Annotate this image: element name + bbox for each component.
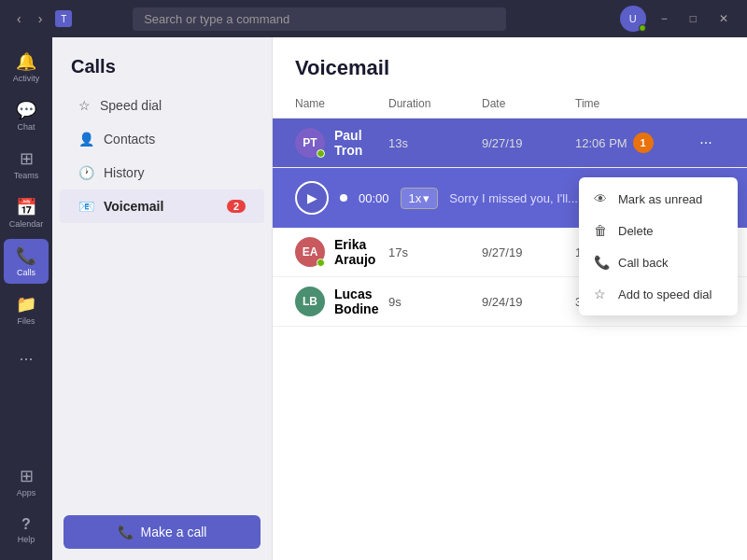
sidebar-item-history[interactable]: 🕐 History: [60, 156, 264, 189]
ctx-mark-unread-label: Mark as unread: [618, 192, 702, 206]
ctx-delete[interactable]: 🗑 Delete: [579, 215, 738, 246]
window-nav[interactable]: ‹ ›: [11, 9, 48, 28]
titlebar: ‹ › T U − □ ✕: [0, 0, 747, 37]
vm-name-cell: LB Lucas Bodine: [295, 287, 388, 316]
sidebar-item-speed-dial[interactable]: ☆ Speed dial: [60, 89, 264, 122]
help-label: Help: [18, 535, 35, 544]
step-badge-1: 1: [633, 133, 654, 153]
calendar-label: Calendar: [9, 219, 44, 229]
speed-button[interactable]: 1x ▾: [401, 188, 439, 209]
avatar-erika-araujo: EA: [295, 237, 325, 267]
calendar-icon: 📅: [16, 197, 36, 217]
online-dot-paul-tron: [317, 149, 325, 158]
sidebar-item-calls[interactable]: 📞 Calls: [4, 239, 49, 284]
date-erika-araujo: 9/27/19: [482, 245, 575, 259]
more-button-paul-tron[interactable]: ···: [687, 131, 725, 155]
search-input[interactable]: [133, 7, 506, 31]
eye-icon: 👁: [594, 191, 609, 206]
activity-icon: 🔔: [16, 51, 36, 72]
activity-label: Activity: [13, 74, 40, 83]
page-title: Voicemail: [273, 37, 747, 90]
star-icon: ☆: [594, 287, 609, 301]
sidebar-title: Calls: [52, 37, 272, 89]
voicemail-player: ▶ 00:00 1x ▾ Sorry I missed you, I'll...…: [273, 168, 747, 228]
maximize-button[interactable]: □: [683, 10, 704, 27]
ctx-call-back-label: Call back: [618, 256, 668, 270]
main-content: Voicemail Name Duration Date Time PT Pau…: [273, 37, 747, 560]
sidebar-item-activity[interactable]: 🔔 Activity: [4, 45, 49, 90]
col-duration: Duration: [388, 97, 482, 110]
app-icon: T: [55, 10, 72, 27]
name-erika-araujo: Erika Araujo: [334, 237, 388, 267]
ctx-add-speed-dial-label: Add to speed dial: [618, 287, 712, 301]
vm-name-cell: PT Paul Tron: [295, 128, 388, 158]
sidebar-item-help[interactable]: ? Help: [4, 508, 49, 553]
record-dot: [340, 194, 347, 202]
duration-erika-araujo: 17s: [388, 245, 482, 259]
nav-back-button[interactable]: ‹: [11, 9, 27, 28]
history-label: History: [104, 165, 145, 180]
calls-icon: 📞: [16, 245, 36, 266]
speed-dial-label: Speed dial: [100, 98, 162, 113]
contacts-icon: 👤: [78, 132, 94, 147]
ctx-mark-unread[interactable]: 👁 Mark as unread: [579, 183, 738, 215]
date-paul-tron: 9/27/19: [482, 136, 575, 150]
make-call-label: Make a call: [141, 525, 207, 539]
close-button[interactable]: ✕: [712, 10, 736, 27]
ctx-delete-label: Delete: [618, 224, 654, 238]
speed-dial-icon: ☆: [78, 98, 91, 113]
sidebar-item-calendar[interactable]: 📅 Calendar: [4, 190, 49, 235]
context-menu: 👁 Mark as unread 🗑 Delete 📞 Call back ☆ …: [579, 177, 738, 315]
chat-label: Chat: [17, 122, 35, 132]
voicemail-badge: 2: [227, 200, 246, 213]
voicemail-icon: 📧: [78, 199, 94, 214]
sidebar-item-chat[interactable]: 💬 Chat: [4, 93, 49, 138]
sidebar-nav: ☆ Speed dial 👤 Contacts 🕐 History 📧 Voic…: [52, 89, 272, 223]
nav-forward-button[interactable]: ›: [33, 9, 49, 28]
name-lucas-bodine: Lucas Bodine: [334, 287, 388, 316]
apps-icon: ⊞: [20, 466, 34, 486]
chat-icon: 💬: [16, 100, 36, 120]
sidebar-footer: 📞 Make a call: [52, 504, 272, 560]
online-dot-erika-araujo: [317, 259, 325, 267]
sidebar-item-files[interactable]: 📁 Files: [4, 287, 49, 332]
time-paul-tron: 12:06 PM: [575, 136, 627, 150]
make-call-button[interactable]: 📞 Make a call: [63, 515, 261, 549]
player-timestamp: 00:00: [359, 191, 389, 205]
ctx-call-back[interactable]: 📞 Call back: [579, 246, 738, 278]
apps-label: Apps: [17, 488, 36, 497]
history-icon: 🕐: [78, 165, 94, 180]
sidebar-item-contacts[interactable]: 👤 Contacts: [60, 122, 264, 156]
trash-icon: 🗑: [594, 223, 609, 238]
voicemail-row-wrapper-paul-tron: PT Paul Tron 13s 9/27/19 12:06 PM 1 ··· …: [273, 119, 747, 228]
duration-lucas-bodine: 9s: [388, 295, 482, 309]
make-call-phone-icon: 📞: [118, 525, 134, 539]
files-icon: 📁: [16, 294, 36, 315]
sidebar: Calls ☆ Speed dial 👤 Contacts 🕐 History …: [52, 37, 273, 560]
play-button[interactable]: ▶: [295, 181, 329, 215]
voicemail-label: Voicemail: [104, 199, 163, 214]
avatar-lucas-bodine: LB: [295, 287, 325, 316]
more-icon: ···: [19, 349, 33, 369]
table-header: Name Duration Date Time: [273, 90, 747, 119]
col-actions: [687, 97, 725, 110]
sidebar-item-teams[interactable]: ⊞ Teams: [4, 142, 49, 187]
speed-label: 1x: [409, 191, 422, 205]
calls-label: Calls: [17, 268, 35, 277]
help-icon: ?: [21, 516, 31, 533]
sidebar-item-apps[interactable]: ⊞ Apps: [4, 459, 49, 504]
teams-label: Teams: [14, 171, 39, 180]
user-avatar[interactable]: U: [620, 6, 646, 32]
sidebar-item-voicemail[interactable]: 📧 Voicemail 2: [60, 189, 264, 223]
avatar-paul-tron: PT: [295, 128, 325, 158]
duration-paul-tron: 13s: [388, 136, 482, 150]
voicemail-row-paul-tron[interactable]: PT Paul Tron 13s 9/27/19 12:06 PM 1 ···: [273, 119, 747, 168]
minimize-button[interactable]: −: [654, 10, 675, 27]
vm-name-cell: EA Erika Araujo: [295, 237, 388, 267]
app-body: 🔔 Activity 💬 Chat ⊞ Teams 📅 Calendar 📞 C…: [0, 37, 747, 560]
icon-rail: 🔔 Activity 💬 Chat ⊞ Teams 📅 Calendar 📞 C…: [0, 37, 52, 560]
rail-bottom: ⊞ Apps ? Help: [4, 459, 49, 560]
ctx-add-speed-dial[interactable]: ☆ Add to speed dial: [579, 278, 738, 310]
sidebar-item-more[interactable]: ···: [4, 336, 49, 381]
titlebar-right: U − □ ✕: [620, 6, 736, 32]
